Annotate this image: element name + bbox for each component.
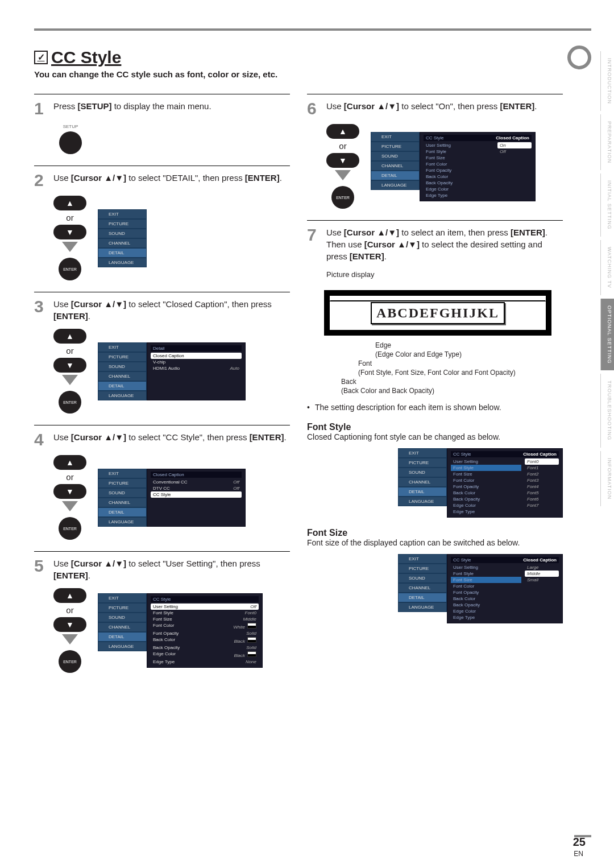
callouts: Edge (Edge Color and Edge Type) Font (Fo… (307, 341, 563, 395)
cursor-control[interactable]: ▲or▼ ENTER (53, 455, 86, 540)
step-6: 6 Use [Cursor ▲/▼] to select "On", then … (307, 94, 563, 217)
side-tab: WATCHING TV (600, 240, 614, 295)
step-num-2: 2 (34, 172, 49, 189)
step-num-4: 4 (34, 431, 49, 448)
font-style-text: Closed Captioning font style can be chan… (307, 432, 563, 441)
osd-menu-step6: EXITPICTURESOUNDCHANNELDETAILLANGUAGE CC… (371, 132, 536, 201)
osd-font-size: EXITPICTURESOUNDCHANNELDETAILLANGUAGE CC… (398, 554, 563, 623)
sample-text: ABCDEFGHIJKL (371, 302, 505, 324)
osd-menu-step5: EXITPICTURESOUNDCHANNELDETAILLANGUAGE CC… (98, 593, 263, 668)
step-num-1: 1 (34, 100, 49, 117)
step-5: 5 Use [Cursor ▲/▼] to select "User Setti… (34, 551, 290, 681)
setup-button[interactable]: SETUP (53, 124, 88, 154)
step-4: 4 Use [Cursor ▲/▼] to select "CC Style",… (34, 425, 290, 548)
font-size-text: Font size of the displayed caption can b… (307, 538, 563, 547)
cursor-control[interactable]: ▲ or ▼ ENTER (53, 196, 86, 280)
step-1: 1 Press [SETUP] to display the main menu… (34, 94, 290, 162)
step-2: 2 Use [Cursor ▲/▼] to select "DETAIL", t… (34, 166, 290, 288)
side-tab: INFORMATION (600, 451, 614, 506)
header-decor (567, 46, 591, 69)
side-tab: TROUBLESHOOTING (600, 374, 614, 448)
cursor-control[interactable]: ▲or▼ ENTER (53, 329, 86, 414)
picture-display-label: Picture display (326, 270, 563, 279)
osd-menu-step4: EXITPICTURESOUNDCHANNELDETAILLANGUAGE Cl… (98, 469, 246, 527)
cursor-control[interactable]: ▲or▼ ENTER (326, 124, 359, 209)
enter-button[interactable]: ENTER (59, 258, 81, 280)
check-icon: ✓ (34, 51, 48, 64)
font-size-heading: Font Size (307, 528, 563, 538)
step-7: 7 Use [Cursor ▲/▼] to select an item, th… (307, 220, 563, 631)
osd-menu-step2: EXITPICTURESOUNDCHANNELDETAILLANGUAGE (98, 209, 147, 267)
osd-font-style: EXITPICTURESOUNDCHANNELDETAILLANGUAGE CC… (398, 448, 563, 518)
step-num-3: 3 (34, 298, 49, 315)
step-num-5: 5 (34, 557, 49, 574)
side-tab: INITIAL SETTING (600, 173, 614, 237)
picture-display: ABCDEFGHIJKL (324, 290, 551, 336)
side-tab: PREPARATION (600, 114, 614, 170)
cursor-control[interactable]: ▲or▼ ENTER (53, 588, 86, 673)
page-number: 25 (573, 836, 586, 849)
page-title: ✓ CC Style (34, 48, 591, 67)
side-tabs: INTRODUCTIONPREPARATIONINITIAL SETTINGWA… (600, 51, 614, 506)
step-num-6: 6 (307, 100, 322, 117)
side-tab: INTRODUCTION (600, 51, 614, 111)
page-intro: You can change the CC style such as font… (34, 69, 591, 79)
font-style-heading: Font Style (307, 422, 563, 432)
note: The setting description for each item is… (307, 403, 563, 412)
page-lang: EN (574, 850, 583, 858)
step-3: 3 Use [Cursor ▲/▼] to select "Closed Cap… (34, 292, 290, 421)
side-tab: OPTIONAL SETTING (600, 299, 614, 371)
step-num-7: 7 (307, 226, 322, 243)
osd-menu-step3: EXITPICTURESOUNDCHANNELDETAILLANGUAGE De… (98, 342, 246, 400)
